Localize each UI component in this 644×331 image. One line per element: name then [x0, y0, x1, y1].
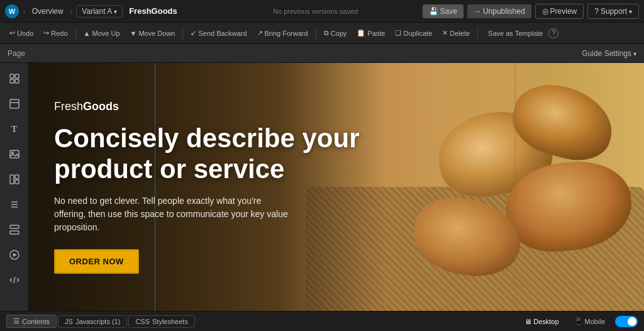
desktop-icon: 🖥 [525, 318, 531, 325]
send-backward-icon: ↙ [191, 29, 196, 37]
paste-button[interactable]: 📋 Paste [352, 27, 389, 39]
svg-rect-10 [15, 175, 19, 179]
svg-rect-16 [10, 231, 19, 234]
contents-tab[interactable]: ☰ Contents [6, 315, 57, 328]
main-editor-area: T [0, 63, 644, 311]
guide-settings-button[interactable]: Guide Settings [582, 49, 636, 58]
page-bar: Page Guide Settings [0, 44, 644, 63]
eye-icon: ◎ [542, 7, 548, 16]
left-sidebar: T [0, 63, 29, 311]
toggle-knob [628, 317, 636, 326]
sidebar-tool-layout[interactable] [4, 93, 25, 115]
svg-rect-15 [10, 225, 19, 228]
sidebar-tool-widget[interactable] [4, 169, 25, 190]
overview-button[interactable]: Overview [30, 6, 66, 17]
editor-toolbar: ↩ Undo ↪ Redo ▲ Move Up ▼ Move Down ↙ Se… [0, 23, 644, 44]
wordpress-icon[interactable]: W [5, 4, 19, 18]
bottom-bar-left: ☰ Contents JS Javascripts (1) CSS Styles… [6, 315, 518, 328]
page-label: Page [8, 49, 25, 58]
site-name: FreshGoods [129, 6, 177, 16]
toolbar-separator-4 [477, 28, 478, 39]
undo-icon: ↩ [9, 29, 15, 37]
version-text: No previous versions saved [214, 8, 418, 15]
hero-headline: Concisely describe your product or servi… [54, 123, 379, 184]
hero-section: FreshGoods Concisely describe your produ… [29, 63, 644, 311]
guide-line-right [515, 63, 516, 311]
copy-icon: ⧉ [324, 29, 329, 37]
desktop-view-button[interactable]: 🖥 Desktop [519, 316, 564, 327]
svg-marker-18 [13, 253, 17, 257]
duplicate-icon: ❏ [395, 29, 401, 37]
stylesheets-tab[interactable]: CSS Stylesheets [128, 315, 195, 328]
save-icon: 💾 [429, 7, 438, 16]
sidebar-tool-list[interactable] [4, 194, 25, 215]
sidebar-tool-sections[interactable] [4, 68, 25, 89]
send-backward-button[interactable]: ↙ Send Backward [186, 27, 251, 39]
paste-icon: 📋 [357, 29, 365, 37]
save-button[interactable]: 💾 Save [423, 4, 464, 18]
bring-forward-icon: ↗ [257, 29, 263, 37]
toolbar-separator-1 [75, 28, 76, 39]
bottom-bar: ☰ Contents JS Javascripts (1) CSS Styles… [0, 311, 644, 331]
nav-right-actions: 💾 Save → Unpublished ◎ Preview ? Support [423, 4, 639, 19]
canvas-area[interactable]: FreshGoods Concisely describe your produ… [29, 63, 644, 311]
bring-forward-button[interactable]: ↗ Bring Forward [253, 27, 313, 39]
copy-button[interactable]: ⧉ Copy [319, 27, 352, 39]
svg-rect-1 [15, 74, 19, 78]
top-nav-left: W › Overview › Variant A FreshGoods [5, 4, 209, 18]
bottom-bar-right: 🖥 Desktop 📱 Mobile [519, 315, 638, 327]
support-icon: ? [594, 7, 599, 16]
svg-rect-4 [10, 99, 19, 108]
mobile-view-button[interactable]: 📱 Mobile [569, 315, 610, 327]
nav-separator-2: › [70, 6, 73, 16]
delete-icon: ✕ [442, 29, 448, 37]
delete-button[interactable]: ✕ Delete [438, 27, 474, 39]
javascripts-tab[interactable]: JS Javascripts (1) [58, 315, 127, 328]
duplicate-button[interactable]: ❏ Duplicate [391, 27, 436, 39]
move-down-button[interactable]: ▼ Move Down [126, 28, 180, 39]
save-template-button[interactable]: Save as Template [484, 28, 547, 39]
js-icon: JS [65, 318, 73, 325]
sidebar-tool-image[interactable] [4, 143, 25, 165]
preview-button[interactable]: ◎ Preview [535, 4, 584, 19]
sidebar-tool-text[interactable]: T [4, 118, 25, 140]
svg-rect-3 [15, 79, 19, 83]
toolbar-separator-2 [182, 28, 183, 39]
move-up-button[interactable]: ▲ Move Up [79, 28, 125, 39]
sidebar-tool-code[interactable] [4, 269, 25, 291]
svg-rect-0 [10, 74, 14, 78]
chevron-down-icon [633, 49, 636, 58]
svg-line-19 [14, 277, 15, 283]
svg-rect-9 [10, 175, 14, 184]
help-icon[interactable]: ? [548, 28, 558, 38]
svg-rect-11 [15, 180, 19, 184]
nav-separator-1: › [23, 6, 26, 16]
list-icon: ☰ [13, 317, 19, 325]
variant-button[interactable]: Variant A [76, 5, 123, 18]
move-up-icon: ▲ [84, 30, 91, 37]
hero-subtext: No need to get clever. Tell people exact… [54, 194, 293, 234]
chevron-down-icon [629, 7, 632, 16]
hero-cta-button[interactable]: ORDER NOW [54, 249, 139, 274]
sidebar-tool-grid[interactable] [4, 219, 25, 240]
support-button[interactable]: ? Support [587, 4, 639, 19]
redo-icon: ↪ [43, 29, 49, 37]
svg-text:T: T [11, 125, 18, 134]
chevron-down-icon [114, 7, 117, 16]
mobile-icon: 📱 [574, 317, 583, 325]
mobile-toggle[interactable] [615, 316, 638, 327]
css-icon: CSS [135, 318, 150, 325]
undo-button[interactable]: ↩ Undo [5, 27, 38, 39]
sidebar-tool-video[interactable] [4, 244, 25, 266]
hero-logo: FreshGoods [54, 100, 379, 113]
move-down-icon: ▼ [130, 30, 137, 37]
arrow-icon: → [474, 7, 481, 16]
hero-content: FreshGoods Concisely describe your produ… [29, 63, 398, 311]
svg-point-8 [11, 152, 13, 154]
redo-button[interactable]: ↪ Redo [39, 27, 72, 39]
toolbar-separator-3 [316, 28, 316, 39]
unpublished-button[interactable]: → Unpublished [467, 4, 531, 18]
svg-rect-2 [10, 79, 14, 83]
top-navigation: W › Overview › Variant A FreshGoods No p… [0, 0, 644, 23]
